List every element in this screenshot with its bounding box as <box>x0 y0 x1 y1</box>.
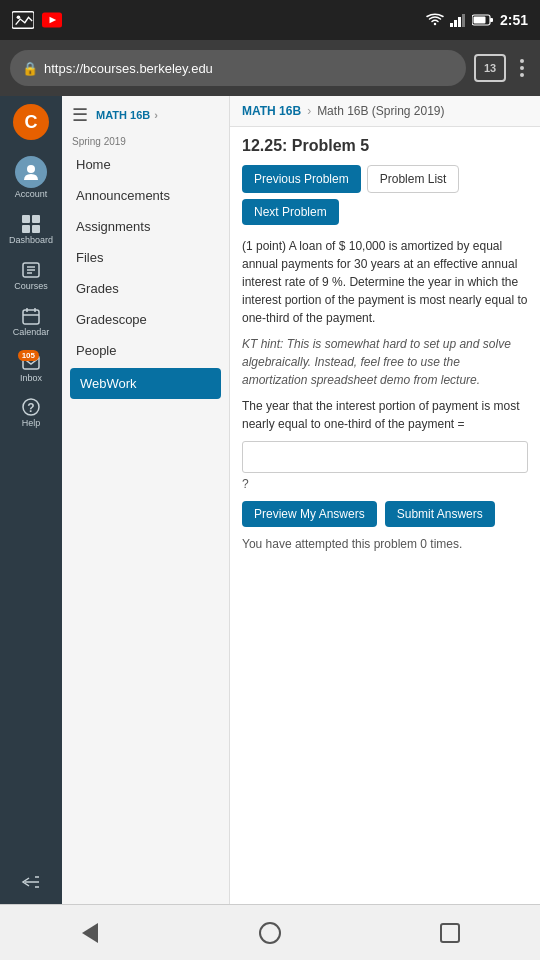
collapse-icon <box>21 874 41 890</box>
svg-point-1 <box>17 15 21 19</box>
course-nav-assignments[interactable]: Assignments <box>62 211 229 242</box>
main-area: C Account Dashboard <box>0 96 540 904</box>
sidebar-item-calendar[interactable]: Calendar <box>2 300 60 344</box>
help-icon: ? <box>21 397 41 417</box>
sidebar-item-account-label: Account <box>15 190 48 200</box>
content-course-link[interactable]: MATH 16B <box>242 104 301 118</box>
sidebar-item-help[interactable]: ? Help <box>2 391 60 435</box>
youtube-icon <box>42 11 62 29</box>
course-nav-announcements[interactable]: Announcements <box>62 180 229 211</box>
sidebar-item-account[interactable]: Account <box>2 150 60 206</box>
problem-hint: KT hint: This is somewhat hard to set up… <box>242 335 528 389</box>
problem-title: 12.25: Problem 5 <box>242 137 528 155</box>
sidebar-item-help-label: Help <box>22 419 41 429</box>
breadcrumb-course: MATH 16B <box>96 109 150 121</box>
avatar <box>15 156 47 188</box>
spring-label: Spring 2019 <box>62 132 229 149</box>
action-buttons: Preview My Answers Submit Answers <box>242 501 528 527</box>
browser-menu-button[interactable] <box>514 53 530 83</box>
sidebar-item-dashboard[interactable]: Dashboard <box>2 208 60 252</box>
svg-rect-20 <box>23 310 39 324</box>
back-icon <box>82 923 98 943</box>
tabs-button[interactable]: 13 <box>474 54 506 82</box>
sidebar-item-courses-label: Courses <box>14 282 48 292</box>
sidebar-item-dashboard-label: Dashboard <box>9 236 53 246</box>
home-icon <box>259 922 281 944</box>
attempts-text: You have attempted this problem 0 times. <box>242 537 528 551</box>
problem-question: The year that the interest portion of pa… <box>242 397 528 433</box>
problem-navigation-buttons: Previous Problem Problem List Next Probl… <box>242 165 528 225</box>
breadcrumb-separator: › <box>154 109 158 121</box>
expand-sidebar-button[interactable] <box>0 868 62 896</box>
course-nav-grades[interactable]: Grades <box>62 273 229 304</box>
course-sidebar: ☰ MATH 16B › Spring 2019 Home Announceme… <box>62 96 230 904</box>
svg-rect-7 <box>462 14 465 27</box>
status-bar-left <box>12 11 62 29</box>
time-display: 2:51 <box>500 12 528 28</box>
course-nav-home[interactable]: Home <box>62 149 229 180</box>
sidebar-item-courses[interactable]: Courses <box>2 254 60 298</box>
content-breadcrumb-sep: › <box>307 104 311 118</box>
status-bar: 2:51 <box>0 0 540 40</box>
course-sidebar-header: ☰ MATH 16B › <box>62 96 229 132</box>
svg-rect-5 <box>454 20 457 27</box>
next-problem-button[interactable]: Next Problem <box>242 199 339 225</box>
svg-rect-9 <box>490 18 493 22</box>
svg-rect-13 <box>32 215 40 223</box>
hamburger-menu-button[interactable]: ☰ <box>72 104 88 126</box>
signal-icon <box>450 13 466 27</box>
browser-bar: 🔒 https://bcourses.berkeley.edu 13 <box>0 40 540 96</box>
preview-answers-button[interactable]: Preview My Answers <box>242 501 377 527</box>
recents-button[interactable] <box>420 913 480 953</box>
battery-icon <box>472 14 494 26</box>
sidebar-item-calendar-label: Calendar <box>13 328 50 338</box>
svg-text:?: ? <box>27 401 34 415</box>
content-area: MATH 16B › Math 16B (Spring 2019) 12.25:… <box>230 96 540 904</box>
content-page-title: Math 16B (Spring 2019) <box>317 104 444 118</box>
svg-rect-14 <box>22 225 30 233</box>
submit-answers-button[interactable]: Submit Answers <box>385 501 495 527</box>
inbox-badge: 105 <box>18 350 39 361</box>
svg-rect-12 <box>22 215 30 223</box>
courses-icon <box>21 260 41 280</box>
inbox-icon: 105 <box>21 352 41 372</box>
person-icon <box>22 163 40 181</box>
answer-input[interactable] <box>242 441 528 473</box>
bottom-nav <box>0 904 540 960</box>
svg-rect-10 <box>473 17 485 24</box>
problem-text: (1 point) A loan of $ 10,000 is amortize… <box>242 237 528 327</box>
recents-icon <box>440 923 460 943</box>
breadcrumb: MATH 16B › <box>96 109 158 121</box>
wifi-icon <box>426 13 444 27</box>
status-bar-right: 2:51 <box>426 12 528 28</box>
course-nav-gradescope[interactable]: Gradescope <box>62 304 229 335</box>
back-button[interactable] <box>60 913 120 953</box>
svg-rect-15 <box>32 225 40 233</box>
lms-logo: C <box>13 104 49 140</box>
previous-problem-button[interactable]: Previous Problem <box>242 165 361 193</box>
sidebar-item-inbox-label: Inbox <box>20 374 42 384</box>
sidebar-item-inbox[interactable]: 105 Inbox <box>2 346 60 390</box>
course-nav-files[interactable]: Files <box>62 242 229 273</box>
dashboard-icon <box>21 214 41 234</box>
lock-icon: 🔒 <box>22 61 38 76</box>
home-button[interactable] <box>240 913 300 953</box>
course-nav-webwork[interactable]: WebWork <box>70 368 221 399</box>
gallery-icon <box>12 11 34 29</box>
svg-rect-4 <box>450 23 453 27</box>
content-breadcrumb: MATH 16B › Math 16B (Spring 2019) <box>230 96 540 127</box>
problem-list-button[interactable]: Problem List <box>367 165 460 193</box>
address-bar[interactable]: 🔒 https://bcourses.berkeley.edu <box>10 50 466 86</box>
svg-rect-6 <box>458 17 461 27</box>
lms-sidebar: C Account Dashboard <box>0 96 62 904</box>
url-text: https://bcourses.berkeley.edu <box>44 61 213 76</box>
course-nav-people[interactable]: People <box>62 335 229 366</box>
svg-point-11 <box>27 165 35 173</box>
course-nav-list: Home Announcements Assignments Files Gra… <box>62 149 229 401</box>
calendar-icon <box>21 306 41 326</box>
problem-area: 12.25: Problem 5 Previous Problem Proble… <box>230 127 540 561</box>
answer-label: ? <box>242 477 528 491</box>
